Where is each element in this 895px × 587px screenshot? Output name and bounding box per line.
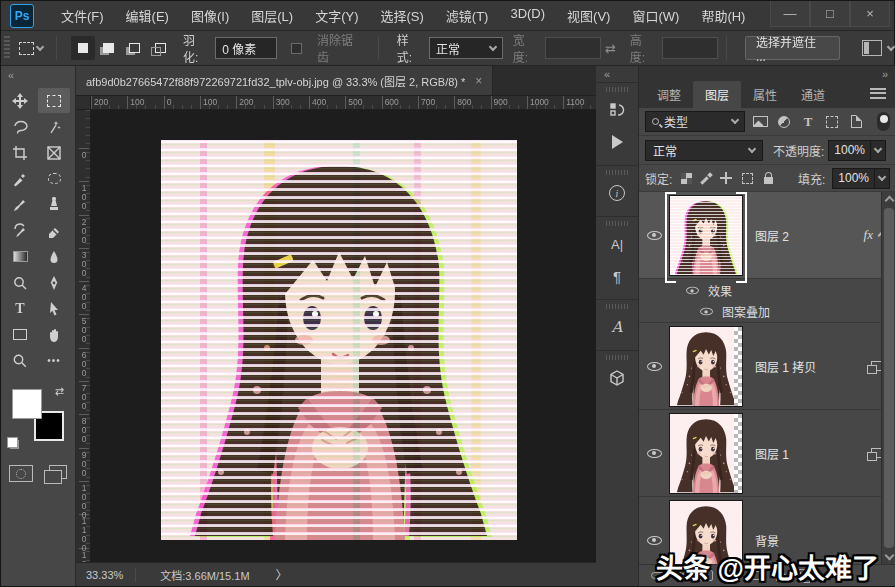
magic-wand-tool[interactable] xyxy=(38,114,70,139)
visibility-cell[interactable] xyxy=(639,362,669,371)
quick-mask-button[interactable] xyxy=(9,465,33,482)
menu-3d[interactable]: 3D(D) xyxy=(501,2,554,29)
expand-panels-icon[interactable] xyxy=(882,68,888,80)
menu-window[interactable]: 窗口(W) xyxy=(623,2,688,29)
filter-kind-dropdown[interactable]: 类型 xyxy=(645,111,745,132)
dodge-tool[interactable] xyxy=(4,270,36,295)
eye-icon[interactable] xyxy=(686,286,699,294)
drag-grip[interactable] xyxy=(606,355,628,360)
blend-mode-dropdown[interactable]: 正常 xyxy=(645,140,763,161)
layer-name[interactable]: 背景 xyxy=(755,532,779,549)
tab-adjustments[interactable]: 调整 xyxy=(645,81,693,108)
document-tab[interactable]: afb9d0b27665472f88f972269721fd32_tplv-ob… xyxy=(76,66,493,95)
menu-layer[interactable]: 图层(L) xyxy=(242,2,302,29)
default-colors-icon[interactable] xyxy=(10,440,19,449)
intersect-selection-button[interactable] xyxy=(149,36,173,60)
select-and-mask-button[interactable]: 选择并遮住 ... xyxy=(745,36,840,60)
lock-all-icon[interactable] xyxy=(761,171,775,185)
menu-select[interactable]: 选择(S) xyxy=(371,2,432,29)
horizontal-ruler[interactable]: 200100 0100 200300 400500 600700 800900 … xyxy=(91,96,596,110)
layers-scrollbar[interactable] xyxy=(881,192,895,564)
rectangular-marquee-tool[interactable] xyxy=(38,88,70,113)
filter-smart-objects-icon[interactable] xyxy=(847,113,865,131)
filter-adjustment-layers-icon[interactable] xyxy=(775,113,793,131)
collapse-tools-icon[interactable] xyxy=(1,66,75,84)
history-panel-icon[interactable] xyxy=(602,95,632,125)
fill-dropdown[interactable]: 100% xyxy=(832,168,890,189)
opacity-dropdown[interactable]: 100% xyxy=(828,140,886,161)
layer2-thumbnail[interactable] xyxy=(669,195,743,276)
layer-row-layer1-copy[interactable]: 图层 1 拷贝 xyxy=(639,323,895,410)
zoom-tool[interactable] xyxy=(4,348,36,373)
tab-close-icon[interactable]: × xyxy=(475,74,482,88)
screen-mode-button[interactable] xyxy=(49,465,67,479)
feather-input[interactable]: 0 像素 xyxy=(215,37,277,59)
maximize-button[interactable]: □ xyxy=(810,1,850,27)
filter-shape-layers-icon[interactable] xyxy=(823,113,841,131)
blur-tool[interactable] xyxy=(38,244,70,269)
lock-position-icon[interactable] xyxy=(719,171,733,185)
character-panel-icon[interactable]: A| xyxy=(602,229,632,259)
height-input[interactable] xyxy=(662,37,718,59)
slice-tool[interactable] xyxy=(38,140,70,165)
pattern-overlay-row[interactable]: 图案叠加 xyxy=(639,301,895,323)
paragraph-panel-icon[interactable]: ¶ xyxy=(602,261,632,291)
workspace-icon[interactable] xyxy=(862,40,882,56)
menu-file[interactable]: 文件(F) xyxy=(52,2,113,29)
add-selection-button[interactable] xyxy=(97,36,121,60)
filter-toggle[interactable] xyxy=(877,112,890,131)
foreground-color-swatch[interactable] xyxy=(12,389,42,419)
menu-image[interactable]: 图像(I) xyxy=(182,2,238,29)
drag-grip[interactable] xyxy=(606,87,628,92)
menu-view[interactable]: 视图(V) xyxy=(558,2,619,29)
drag-grip[interactable] xyxy=(606,304,628,309)
type-tool[interactable]: T xyxy=(4,296,36,321)
lock-artboard-icon[interactable] xyxy=(740,171,754,185)
layer-row-layer1[interactable]: 图层 1 xyxy=(639,410,895,497)
lock-transparency-icon[interactable] xyxy=(679,171,693,185)
new-selection-button[interactable] xyxy=(71,36,95,60)
panel-menu-icon[interactable] xyxy=(870,88,886,99)
drag-grip[interactable] xyxy=(606,221,628,226)
edit-toolbar-button[interactable]: ••• xyxy=(38,348,70,373)
canvas-image[interactable] xyxy=(161,140,517,540)
visibility-cell[interactable] xyxy=(639,536,669,545)
gradient-tool[interactable] xyxy=(4,244,36,269)
brush-tool[interactable] xyxy=(4,192,36,217)
path-selection-tool[interactable] xyxy=(38,296,70,321)
tab-channels[interactable]: 通道 xyxy=(789,81,837,108)
width-input[interactable] xyxy=(545,37,601,59)
glyphs-panel-icon[interactable]: A xyxy=(602,312,632,342)
pen-tool[interactable] xyxy=(38,270,70,295)
filter-pixel-layers-icon[interactable] xyxy=(751,113,769,131)
tab-layers[interactable]: 图层 xyxy=(693,81,741,108)
visibility-cell[interactable] xyxy=(639,449,669,458)
menu-type[interactable]: 文字(Y) xyxy=(306,2,367,29)
menu-help[interactable]: 帮助(H) xyxy=(692,2,754,29)
layer-row-layer2[interactable]: 图层 2 fx xyxy=(639,192,895,279)
move-tool[interactable] xyxy=(4,88,36,113)
eyedropper-tool[interactable] xyxy=(4,166,36,191)
zoom-level-field[interactable]: 33.33% xyxy=(76,569,135,581)
menu-filter[interactable]: 滤镜(T) xyxy=(437,2,498,29)
collapse-dock-icon[interactable] xyxy=(596,66,638,82)
3d-panel-icon[interactable] xyxy=(602,363,632,393)
layer1-copy-thumbnail[interactable] xyxy=(669,326,743,407)
history-brush-tool[interactable] xyxy=(4,218,36,243)
status-options-chevron-icon[interactable]: 〉 xyxy=(276,566,288,583)
hand-tool[interactable] xyxy=(38,322,70,347)
filter-type-layers-icon[interactable]: T xyxy=(799,113,817,131)
rectangle-tool[interactable] xyxy=(4,322,36,347)
vertical-ruler[interactable]: 0100 200300 400500 600700 800900 1000110… xyxy=(76,110,91,562)
layer1-thumbnail[interactable] xyxy=(669,413,743,494)
lasso-tool[interactable] xyxy=(4,114,36,139)
current-tool-preview[interactable] xyxy=(14,36,48,60)
drag-grip[interactable] xyxy=(606,170,628,175)
scroll-up-icon[interactable] xyxy=(885,196,895,206)
clone-stamp-tool[interactable] xyxy=(38,192,70,217)
eye-icon[interactable] xyxy=(700,308,713,316)
fx-badge[interactable]: fx xyxy=(864,227,873,243)
swap-colors-icon[interactable]: ⇄ xyxy=(55,385,64,398)
scrollbar-thumb[interactable] xyxy=(884,208,894,548)
crop-tool[interactable] xyxy=(4,140,36,165)
